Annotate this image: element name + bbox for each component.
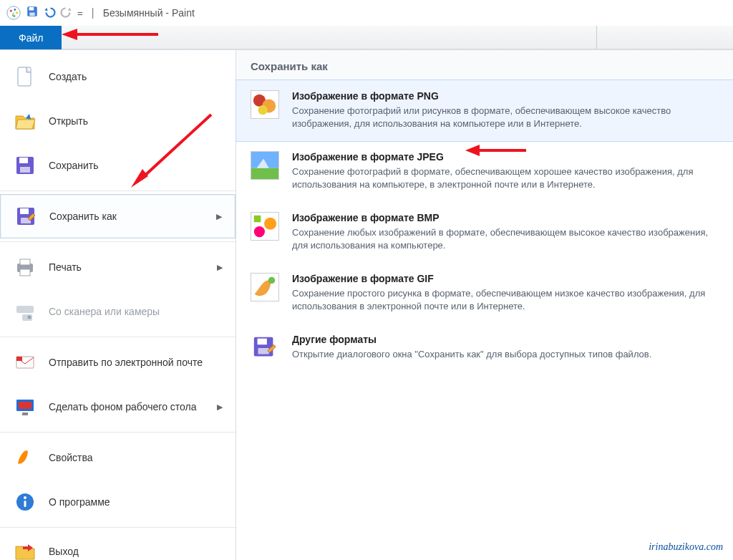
submenu-arrow-icon: ▶ — [217, 402, 223, 412]
svg-rect-39 — [254, 216, 261, 223]
svg-rect-14 — [21, 218, 31, 223]
print-icon — [13, 255, 37, 279]
about-icon — [13, 490, 37, 514]
svg-point-3 — [16, 12, 18, 14]
svg-point-1 — [10, 10, 12, 12]
svg-point-37 — [254, 226, 265, 237]
file-menu-wallpaper[interactable]: Сделать фоном рабочего стола ▶ — [0, 385, 236, 429]
format-title: Изображение в формате PNG — [292, 90, 719, 102]
file-menu-save[interactable]: Сохранить — [0, 143, 236, 188]
bmp-thumb-icon — [251, 212, 279, 241]
file-menu-separator — [0, 337, 236, 337]
file-menu-separator — [0, 527, 236, 528]
svg-rect-18 — [16, 306, 34, 313]
file-menu-open[interactable]: Открыть — [0, 99, 236, 143]
ribbon-tabstrip: Файл — [0, 26, 733, 50]
svg-rect-11 — [20, 167, 30, 173]
file-menu-save-as[interactable]: Сохранить как ▶ — [0, 194, 236, 238]
file-menu-label: Сделать фоном рабочего стола — [49, 401, 197, 412]
submenu-arrow-icon: ▶ — [217, 263, 223, 272]
file-menu-about[interactable]: О программе — [0, 480, 236, 524]
format-title: Изображение в формате GIF — [292, 273, 719, 284]
ribbon-command-area — [62, 26, 733, 49]
submenu-arrow-icon: ▶ — [216, 212, 222, 221]
file-menu-exit[interactable]: Выход — [0, 531, 236, 560]
svg-rect-13 — [20, 208, 29, 214]
file-menu-label: Сохранить — [49, 160, 99, 171]
file-menu-separator — [0, 432, 236, 433]
format-desc: Сохранение простого рисунка в формате, о… — [292, 287, 719, 312]
png-thumb-icon — [251, 90, 279, 119]
jpeg-thumb-icon — [251, 151, 279, 180]
titlebar-separator: | — [92, 6, 94, 19]
file-menu-email[interactable]: Отправить по электронной почте — [0, 340, 236, 385]
file-menu-print[interactable]: Печать ▶ — [0, 245, 236, 289]
file-menu-label: Сохранить как — [49, 211, 117, 222]
qat-redo-icon[interactable] — [60, 5, 73, 21]
svg-point-28 — [24, 496, 26, 499]
file-menu-label: О программе — [49, 496, 110, 508]
svg-rect-27 — [24, 501, 26, 507]
file-menu-separator — [0, 190, 236, 191]
svg-point-2 — [14, 9, 16, 11]
save-as-format-gif[interactable]: Изображение в формате GIF Сохранение про… — [236, 263, 733, 324]
svg-rect-44 — [258, 348, 269, 354]
exit-icon — [13, 539, 37, 560]
save-as-format-png[interactable]: Изображение в формате PNG Сохранение фот… — [236, 80, 733, 141]
file-menu-label: Со сканера или камеры — [49, 306, 160, 317]
file-menu-new[interactable]: Создать — [0, 54, 236, 99]
open-folder-icon — [13, 109, 37, 133]
qat-undo-icon[interactable] — [43, 5, 56, 21]
format-desc: Открытие диалогового окна "Сохранить как… — [292, 348, 651, 361]
other-formats-icon — [251, 334, 279, 362]
svg-point-4 — [13, 15, 15, 17]
properties-icon — [13, 445, 37, 470]
file-menu-properties[interactable]: Свойства — [0, 435, 236, 480]
svg-point-32 — [258, 105, 268, 115]
file-menu-separator — [0, 241, 236, 242]
save-as-icon — [14, 204, 38, 228]
format-title: Изображение в формате BMP — [292, 212, 719, 223]
svg-rect-6 — [29, 7, 34, 11]
save-as-panel: Сохранить как Изображение в формате PNG … — [236, 50, 733, 560]
file-backstage: Создать Открыть Сохранить Сохранить как … — [0, 50, 733, 560]
svg-rect-43 — [258, 339, 267, 345]
quick-access-toolbar: = — [6, 5, 83, 21]
file-menu: Создать Открыть Сохранить Сохранить как … — [0, 50, 236, 560]
save-icon — [13, 153, 37, 178]
file-menu-label: Печать — [49, 261, 82, 273]
paint-app-icon — [6, 5, 21, 21]
format-title: Другие форматы — [292, 334, 651, 345]
window-title: Безымянный - Paint — [103, 7, 195, 19]
svg-rect-10 — [19, 158, 28, 163]
svg-rect-17 — [20, 269, 30, 276]
save-as-format-jpeg[interactable]: Изображение в формате JPEG Сохранение фо… — [236, 141, 733, 202]
format-desc: Сохранение любых изображений в формате, … — [292, 226, 719, 251]
svg-point-41 — [268, 277, 276, 284]
format-title: Изображение в формате JPEG — [292, 151, 719, 163]
file-menu-label: Свойства — [49, 452, 92, 463]
email-icon — [13, 350, 37, 375]
watermark: irinabuzikova.com — [649, 541, 723, 553]
tab-file[interactable]: Файл — [0, 26, 62, 49]
save-as-heading: Сохранить как — [236, 50, 733, 80]
svg-rect-22 — [16, 357, 22, 361]
format-desc: Сохранение фотографий в формате, обеспеч… — [292, 165, 719, 190]
file-menu-label: Выход — [49, 546, 79, 557]
file-menu-label: Открыть — [49, 115, 88, 127]
qat-save-icon[interactable] — [26, 5, 39, 21]
format-desc: Сохранение фотографий или рисунков в фор… — [292, 105, 719, 130]
svg-rect-12 — [17, 208, 34, 225]
save-as-format-other[interactable]: Другие форматы Открытие диалогового окна… — [236, 324, 733, 374]
file-menu-label: Отправить по электронной почте — [49, 357, 203, 368]
qat-dropdown-icon[interactable]: = — [77, 8, 83, 19]
new-file-icon — [13, 64, 37, 89]
save-as-format-bmp[interactable]: Изображение в формате BMP Сохранение люб… — [236, 202, 733, 263]
file-menu-scanner: Со сканера или камеры — [0, 289, 236, 334]
file-menu-label: Создать — [49, 71, 87, 82]
svg-rect-7 — [29, 13, 35, 16]
titlebar: = | Безымянный - Paint — [0, 0, 733, 26]
svg-point-20 — [28, 316, 31, 319]
svg-rect-16 — [20, 259, 30, 265]
wallpaper-icon — [13, 395, 37, 419]
